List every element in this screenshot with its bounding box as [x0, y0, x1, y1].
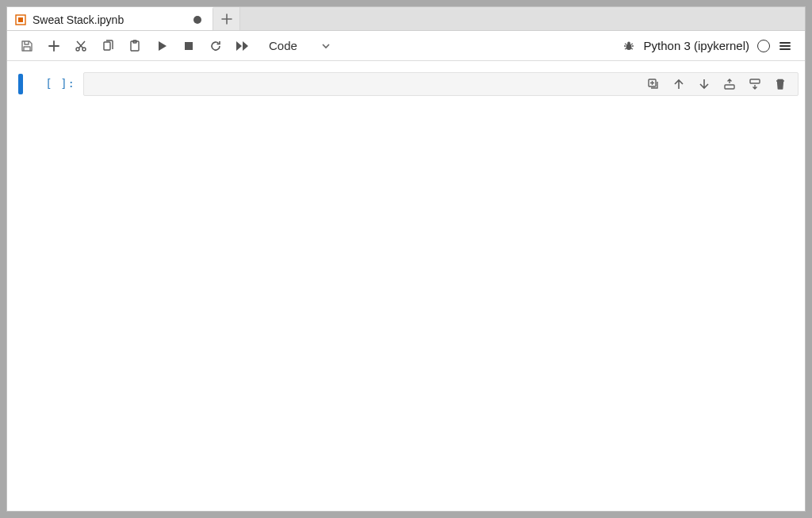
interrupt-button[interactable] — [177, 34, 201, 58]
svg-point-8 — [626, 44, 631, 50]
scissors-icon — [75, 40, 87, 52]
copy-icon — [102, 40, 114, 52]
notebook-icon — [15, 14, 26, 25]
svg-point-9 — [627, 41, 630, 44]
tab-title: Sweat Stack.ipynb — [33, 13, 187, 26]
notebook-area: [ ]: — [7, 61, 805, 511]
cell-selection-indicator — [18, 74, 23, 94]
svg-point-3 — [82, 48, 86, 51]
debugger-button[interactable] — [617, 34, 641, 58]
plus-icon — [48, 40, 60, 52]
kernel-status-icon — [757, 40, 770, 52]
arrow-up-icon — [672, 78, 685, 90]
move-cell-up-button[interactable] — [668, 74, 689, 94]
trash-icon — [774, 78, 787, 90]
paste-button[interactable] — [123, 34, 147, 58]
cut-button[interactable] — [69, 34, 93, 58]
stop-icon — [184, 41, 193, 51]
code-cell[interactable]: [ ]: — [13, 72, 799, 96]
insert-cell-below-button[interactable] — [745, 74, 765, 94]
duplicate-icon — [647, 78, 660, 90]
play-icon — [156, 40, 167, 52]
insert-cell-button[interactable] — [42, 34, 66, 58]
fast-forward-icon — [236, 40, 250, 52]
arrow-down-icon — [698, 78, 710, 90]
svg-point-2 — [76, 48, 79, 51]
dirty-indicator-icon — [193, 16, 201, 24]
restart-icon — [209, 40, 222, 52]
toolbar: Code Python 3 (ipykernel) — [7, 31, 805, 61]
delete-cell-button[interactable] — [770, 74, 791, 94]
cell-type-select[interactable]: Code — [258, 35, 337, 57]
duplicate-cell-button[interactable] — [643, 74, 664, 94]
bug-icon — [622, 40, 635, 52]
copy-button[interactable] — [96, 34, 120, 58]
insert-above-icon — [723, 78, 736, 90]
run-button[interactable] — [150, 34, 174, 58]
restart-button[interactable] — [204, 34, 228, 58]
save-button[interactable] — [15, 34, 39, 58]
insert-below-icon — [749, 78, 761, 90]
save-icon — [21, 40, 33, 52]
clipboard-icon — [128, 40, 141, 52]
notebook-window: Sweat Stack.ipynb — [6, 6, 806, 512]
svg-rect-7 — [185, 42, 193, 50]
cell-toolbar — [643, 74, 791, 94]
svg-rect-1 — [18, 17, 23, 22]
tab-notebook[interactable]: Sweat Stack.ipynb — [7, 7, 213, 30]
svg-rect-12 — [750, 79, 760, 83]
tab-bar: Sweat Stack.ipynb — [7, 7, 805, 31]
cell-prompt: [ ]: — [31, 72, 75, 90]
kernel-name: Python 3 (ipykernel) — [644, 39, 749, 52]
kernel-indicator[interactable]: Python 3 (ipykernel) — [644, 39, 770, 52]
menu-icon — [779, 40, 791, 52]
svg-rect-11 — [725, 85, 734, 89]
restart-run-all-button[interactable] — [231, 34, 255, 58]
more-actions-button[interactable] — [773, 34, 797, 58]
move-cell-down-button[interactable] — [694, 74, 714, 94]
cell-input-wrap — [83, 72, 799, 96]
plus-icon — [221, 13, 232, 25]
cell-type-label: Code — [269, 39, 297, 52]
new-tab-button[interactable] — [213, 7, 240, 30]
insert-cell-above-button[interactable] — [719, 74, 740, 94]
svg-rect-4 — [104, 42, 110, 50]
chevron-down-icon — [321, 41, 331, 51]
